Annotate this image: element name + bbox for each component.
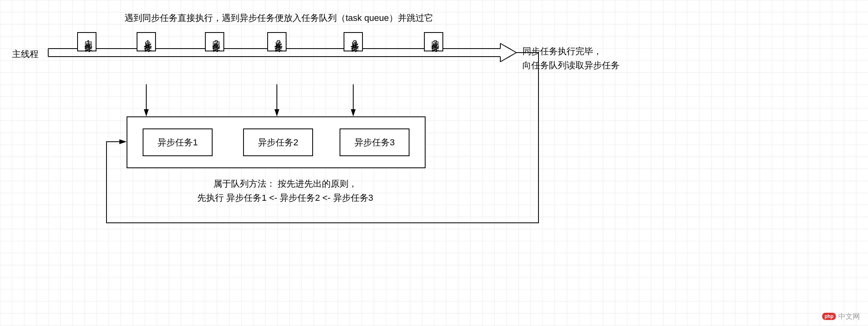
svg-line-6: [500, 53, 516, 62]
caption-right-line2: 向任务队列读取异步任务: [522, 60, 620, 70]
caption-queue-line2: 先执行 异步任务1 <- 异步任务2 <- 异步任务3: [197, 193, 373, 203]
thread-task-3: 同步任务2: [205, 32, 224, 51]
caption-queue-line1: 属于队列方法： 按先进先出的原则，: [213, 179, 357, 189]
thread-task-4: 异步任务2: [267, 32, 287, 51]
thread-task-2: 异步任务1: [137, 32, 156, 51]
queue-item-3: 异步任务3: [340, 128, 409, 156]
thread-task-6: 同步任务3: [424, 32, 443, 51]
thread-task-1: 同步任务1: [77, 32, 96, 51]
svg-line-5: [500, 43, 516, 53]
caption-queue: 属于队列方法： 按先进先出的原则， 先执行 异步任务1 <- 异步任务2 <- …: [185, 177, 386, 205]
php-badge-icon: php: [822, 313, 836, 320]
queue-item-2: 异步任务2: [243, 128, 313, 156]
watermark: php 中文网: [822, 312, 860, 321]
main-thread-label: 主线程: [12, 48, 39, 60]
watermark-text: 中文网: [838, 312, 860, 321]
queue-item-1: 异步任务1: [143, 128, 213, 156]
thread-task-5: 异步任务3: [344, 32, 363, 51]
caption-right: 同步任务执行完毕， 向任务队列读取异步任务: [522, 44, 627, 72]
caption-right-line1: 同步任务执行完毕，: [522, 46, 602, 56]
caption-top: 遇到同步任务直接执行，遇到异步任务便放入任务队列（task queue）并跳过它: [125, 12, 433, 24]
